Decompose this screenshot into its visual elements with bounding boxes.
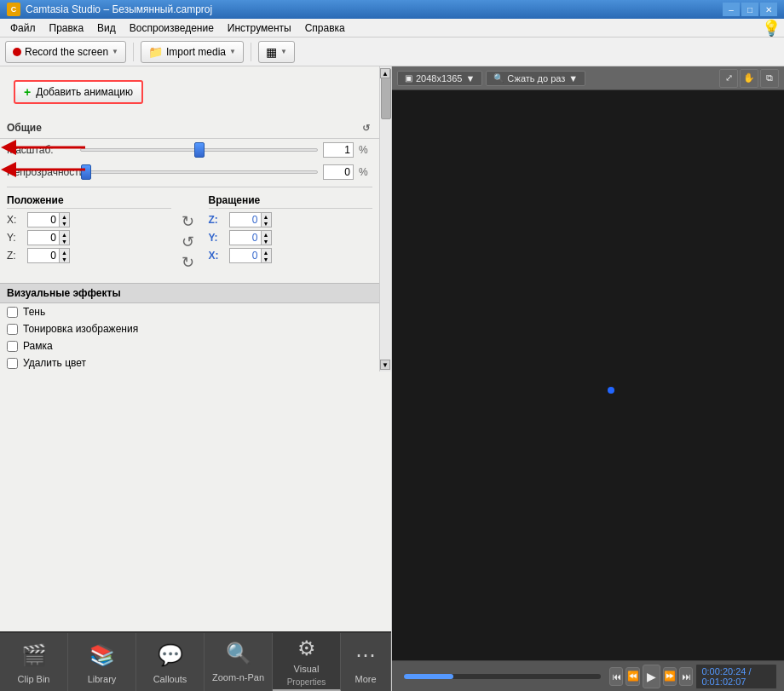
rot-x-input-wrap: ▲ ▼ bbox=[229, 248, 272, 263]
tab-clip-bin-label: Clip Bin bbox=[18, 674, 50, 684]
add-animation-button[interactable]: + Добавить анимацию bbox=[14, 80, 143, 104]
rot-z-label: Z: bbox=[209, 214, 226, 226]
frame-checkbox[interactable] bbox=[7, 341, 18, 352]
record-dot-icon bbox=[13, 48, 21, 56]
play-button[interactable]: ▶ bbox=[643, 665, 660, 688]
toolbar-separator-1 bbox=[133, 43, 134, 61]
preview-dot bbox=[608, 387, 614, 394]
progress-bar-fill bbox=[404, 674, 453, 679]
pan-button[interactable]: ✋ bbox=[740, 69, 758, 88]
expand-button[interactable]: ⤢ bbox=[719, 69, 738, 88]
window-title: Camtasia Studio – Безымянный.camproj bbox=[26, 3, 212, 15]
app-icon: C bbox=[7, 3, 20, 16]
rot-x-up-button[interactable]: ▲ bbox=[261, 249, 271, 256]
remove-color-checkbox[interactable] bbox=[7, 358, 18, 369]
scroll-up-button[interactable]: ▲ bbox=[380, 68, 390, 78]
scale-value-input[interactable] bbox=[323, 142, 354, 158]
rot-z-input[interactable] bbox=[230, 213, 261, 227]
extra-button[interactable]: ▦ ▼ bbox=[258, 41, 295, 63]
menu-file[interactable]: Файл bbox=[3, 20, 43, 36]
pos-z-input[interactable] bbox=[28, 249, 59, 262]
go-start-button[interactable]: ⏮ bbox=[609, 667, 623, 686]
close-button[interactable]: ✕ bbox=[760, 3, 777, 16]
pos-z-up-button[interactable]: ▲ bbox=[59, 249, 69, 256]
go-end-button[interactable]: ⏭ bbox=[679, 667, 693, 686]
pos-x-down-button[interactable]: ▼ bbox=[59, 220, 69, 227]
menu-help[interactable]: Справка bbox=[298, 20, 352, 36]
rot-y-down-button[interactable]: ▼ bbox=[261, 238, 271, 245]
menu-playback[interactable]: Воспроизведение bbox=[123, 20, 221, 36]
toolbar-separator-2 bbox=[251, 43, 251, 61]
menu-edit[interactable]: Правка bbox=[43, 20, 91, 36]
toning-checkbox[interactable] bbox=[7, 324, 18, 335]
scale-slider[interactable] bbox=[80, 148, 318, 152]
menu-view[interactable]: Вид bbox=[90, 20, 123, 36]
resolution-button[interactable]: ▣ 2048x1365 ▼ bbox=[397, 71, 482, 86]
opacity-slider[interactable] bbox=[80, 170, 318, 174]
remove-color-row: Удалить цвет bbox=[0, 354, 379, 371]
light-bulb-icon[interactable]: 💡 bbox=[762, 19, 781, 37]
maximize-button[interactable]: □ bbox=[741, 3, 758, 16]
toolbar: Record the screen ▼ 📁 Import media ▼ ▦ ▼ bbox=[0, 37, 784, 66]
shadow-checkbox[interactable] bbox=[7, 307, 18, 318]
scroll-down-button[interactable]: ▼ bbox=[380, 360, 390, 370]
menubar: Файл Правка Вид Воспроизведение Инструме… bbox=[0, 19, 784, 37]
tab-callouts[interactable]: 💬 Callouts bbox=[136, 633, 205, 691]
progress-bar[interactable] bbox=[404, 674, 601, 679]
rot-z-up-button[interactable]: ▲ bbox=[261, 213, 271, 220]
record-button[interactable]: Record the screen ▼ bbox=[5, 41, 126, 63]
pos-y-down-button[interactable]: ▼ bbox=[59, 238, 69, 245]
tab-zoom-pan[interactable]: 🔍 Zoom-n-Pan bbox=[205, 633, 273, 691]
pos-y-input[interactable] bbox=[28, 231, 59, 245]
main-area: + Добавить анимацию Общие ↺ Масштаб: bbox=[0, 66, 784, 691]
preview-tools: ⤢ ✋ ⧉ bbox=[719, 69, 779, 88]
magnifier-icon: 🔍 bbox=[493, 73, 504, 83]
import-media-button[interactable]: 📁 Import media ▼ bbox=[141, 41, 244, 63]
rot-x-down-button[interactable]: ▼ bbox=[261, 256, 271, 262]
rot-icon-y: ↺ bbox=[178, 232, 199, 252]
scrollbar[interactable]: ▲ ▼ bbox=[379, 66, 391, 371]
library-icon: 📚 bbox=[87, 640, 118, 671]
position-title: Положение bbox=[7, 194, 171, 209]
general-section-header: Общие ↺ bbox=[0, 118, 379, 139]
remove-color-label: Удалить цвет bbox=[23, 357, 86, 369]
rot-y-up-button[interactable]: ▲ bbox=[261, 231, 271, 238]
tab-clip-bin[interactable]: 🎬 Clip Bin bbox=[0, 633, 68, 691]
record-dropdown-arrow-icon: ▼ bbox=[112, 48, 118, 55]
rewind-button[interactable]: ⏪ bbox=[625, 667, 639, 686]
import-dropdown-arrow-icon: ▼ bbox=[229, 48, 236, 55]
zoom-button[interactable]: 🔍 Сжать до раз ▼ bbox=[486, 71, 585, 86]
opacity-value-input[interactable] bbox=[323, 164, 354, 180]
pos-x-up-button[interactable]: ▲ bbox=[59, 213, 69, 220]
rot-x-input[interactable] bbox=[230, 249, 261, 262]
position-z-row: Z: ▲ ▼ bbox=[7, 248, 171, 263]
split-button[interactable]: ⧉ bbox=[760, 69, 779, 88]
rot-icon-z: ↻ bbox=[178, 211, 199, 232]
minimize-button[interactable]: – bbox=[723, 3, 740, 16]
pos-x-input[interactable] bbox=[28, 213, 59, 227]
more-icon: ⋯ bbox=[350, 640, 381, 671]
tab-visual-properties[interactable]: ⚙ Visual Properties bbox=[273, 633, 341, 691]
rot-y-label: Y: bbox=[209, 232, 226, 244]
scale-label: Масштаб: bbox=[7, 144, 75, 156]
right-panel: ▣ 2048x1365 ▼ 🔍 Сжать до раз ▼ ⤢ ✋ ⧉ bbox=[392, 66, 784, 691]
visual-effects-header: Визуальные эффекты bbox=[0, 283, 379, 303]
fast-forward-button[interactable]: ⏩ bbox=[663, 667, 677, 686]
pos-y-input-wrap: ▲ ▼ bbox=[27, 230, 70, 245]
position-x-row: X: ▲ ▼ bbox=[7, 212, 171, 227]
rotation-group: Вращение Z: ▲ ▼ bbox=[209, 194, 373, 273]
time-display: 0:00:20:24 / 0:01:02:07 bbox=[695, 664, 777, 689]
rot-z-down-button[interactable]: ▼ bbox=[261, 220, 271, 227]
position-group: Положение X: ▲ ▼ bbox=[7, 194, 171, 273]
tab-library[interactable]: 📚 Library bbox=[68, 633, 136, 691]
import-icon: 📁 bbox=[148, 45, 163, 59]
menu-tools[interactable]: Инструменты bbox=[221, 20, 298, 36]
rotation-icons: ↻ ↺ ↻ bbox=[178, 194, 202, 273]
rot-z-input-wrap: ▲ ▼ bbox=[229, 212, 272, 227]
pos-z-down-button[interactable]: ▼ bbox=[59, 256, 69, 262]
tab-more[interactable]: ⋯ More bbox=[341, 633, 391, 691]
rot-y-input[interactable] bbox=[230, 231, 261, 245]
reset-general-button[interactable]: ↺ bbox=[359, 121, 372, 135]
pos-y-up-button[interactable]: ▲ bbox=[59, 231, 69, 238]
zoom-label: Сжать до раз bbox=[507, 73, 565, 83]
